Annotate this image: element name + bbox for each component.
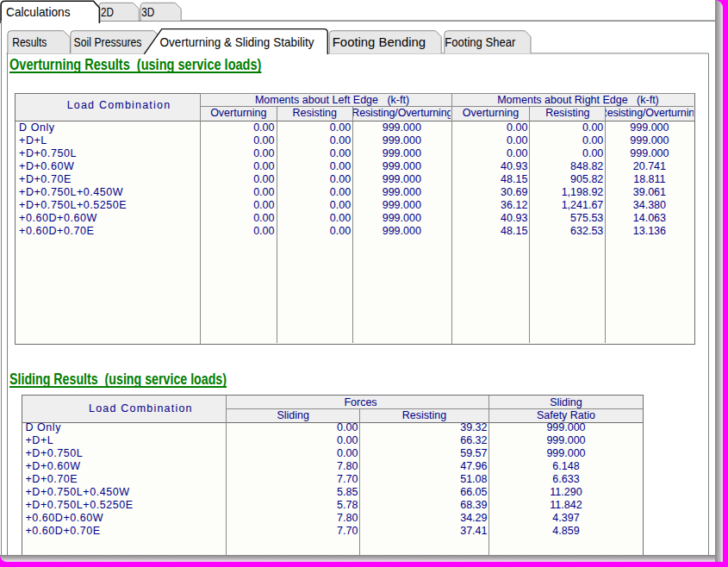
svg-text:Soil Pressures: Soil Pressures: [74, 35, 142, 49]
svg-text:Results: Results: [12, 35, 47, 49]
svg-text:Footing Shear: Footing Shear: [445, 35, 515, 49]
svg-text:Calculations: Calculations: [6, 4, 71, 19]
svg-text:Overturning & Sliding Stabilit: Overturning & Sliding Stability: [160, 34, 314, 49]
svg-text:2D: 2D: [101, 4, 114, 19]
svg-text:Footing Bending: Footing Bending: [333, 35, 426, 49]
svg-text:3D: 3D: [141, 4, 154, 19]
